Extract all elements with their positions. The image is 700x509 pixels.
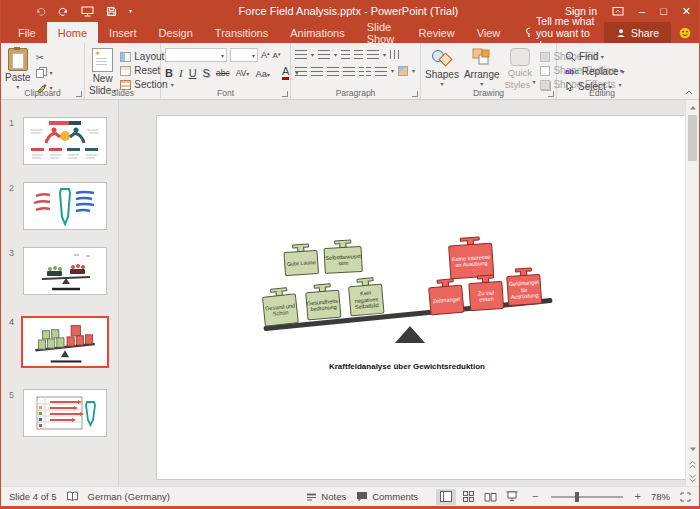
shrink-font-button[interactable]: A▾ [273,51,281,60]
slide-caption-textbox[interactable]: Kraftfeldanalyse über Gewichtsreduktion [247,362,567,371]
redo-icon[interactable] [58,6,69,16]
tab-review[interactable]: Review [408,22,466,43]
notes-button[interactable]: Notes [306,491,346,502]
tab-insert[interactable]: Insert [98,22,148,43]
shapes-button[interactable]: Shapes ▾ [425,48,459,91]
drawing-dialog-launcher[interactable] [548,91,554,97]
undo-icon[interactable] [35,6,46,16]
replace-button[interactable]: abc Replace ▾ [565,65,644,78]
align-center-icon[interactable] [311,67,323,76]
thumbnail-slide-3[interactable] [23,247,107,295]
slide-editor[interactable]: Gute Laune Selbstbewusst sein Keine Inte… [156,115,686,480]
numbering-icon[interactable] [318,50,330,59]
zoom-slider-knob[interactable] [575,492,579,502]
font-dialog-launcher[interactable] [282,91,288,97]
scrollbar-thumb[interactable] [688,115,697,161]
text-shadow-button[interactable]: S [203,67,210,79]
proofing-book-icon[interactable] [66,491,79,502]
align-right-icon[interactable] [327,67,339,76]
clipboard-dialog-launcher[interactable] [76,91,82,97]
tab-view[interactable]: View [466,22,512,43]
bold-button[interactable]: B [165,67,173,79]
previous-slide-button[interactable] [686,458,699,471]
driving-force-weight[interactable]: Gesund und Schön [261,286,299,326]
driving-force-weight[interactable]: Kein negatives Selbstbild [347,277,384,317]
lightbulb-icon [525,27,530,39]
slide-sorter-view-button[interactable] [458,489,478,505]
minimize-button[interactable]: – [639,6,645,17]
next-slide-button[interactable] [686,472,699,485]
decrease-indent-icon[interactable] [341,50,350,59]
tab-slideshow[interactable]: Slide Show [356,22,408,43]
paragraph-dialog-launcher[interactable] [412,91,418,97]
fit-to-window-icon[interactable] [680,492,691,502]
underline-button[interactable]: U [189,67,197,79]
find-button[interactable]: Find [565,50,644,63]
normal-view-button[interactable] [436,489,456,505]
restraining-force-weight[interactable]: Geldmangel für Ausrüstung [506,267,542,306]
restraining-force-weight[interactable]: Zeitmangel [428,278,465,316]
thumbnail-slide-1[interactable] [23,117,107,165]
line-spacing-icon[interactable] [367,50,379,59]
comments-button[interactable]: Comments [356,491,418,502]
strikethrough-button[interactable]: abc [216,68,230,78]
bullets-icon[interactable] [295,50,307,59]
increase-indent-icon[interactable] [354,50,363,59]
zoom-level[interactable]: 78% [651,491,670,502]
driving-force-weight[interactable]: Gute Laune [283,243,319,276]
vertical-scrollbar[interactable] [685,100,699,486]
maximize-button[interactable]: □ [660,6,667,17]
align-text-icon[interactable] [375,67,387,76]
font-family-combo[interactable]: ▾ [165,48,227,62]
tell-me-box[interactable]: Tell me what you want to do [525,22,604,43]
restraining-force-weight[interactable]: Zu viel essen [468,274,504,311]
save-icon[interactable] [106,6,117,17]
scissors-icon: ✂ [36,52,44,63]
thumbnail-slide-4-selected[interactable] [21,316,109,368]
cut-button[interactable]: ✂ [36,51,53,64]
feedback-smiley-icon[interactable] [671,22,699,43]
font-size-combo[interactable]: ▾ [230,48,258,62]
align-left-icon[interactable] [295,67,307,76]
tab-animations[interactable]: Animations [279,22,355,43]
tab-file[interactable]: File [7,22,47,43]
justify-icon[interactable] [343,67,355,76]
language-indicator[interactable]: German (Germany) [88,491,170,502]
text-direction-icon[interactable] [390,50,399,59]
thumbnail-slide-2[interactable] [23,182,107,230]
change-case-button[interactable]: Aa▾ [255,68,270,79]
ribbon-display-options-icon[interactable] [612,6,624,16]
scroll-up-icon[interactable] [686,101,699,114]
character-spacing-button[interactable]: AV▾ [236,68,250,78]
quick-styles-button[interactable]: Quick Styles▾ [505,48,536,91]
restraining-force-weight[interactable]: Keine Interesse an Ausübung [448,236,495,280]
copy-button[interactable]: ▾ [36,66,53,79]
seesaw-fulcrum-shape[interactable] [395,326,425,343]
zoom-out-button[interactable]: − [532,491,538,502]
smartart-icon[interactable] [398,66,408,76]
thumbnail-slide-5[interactable] [23,389,107,437]
columns-icon[interactable] [359,67,371,76]
zoom-slider[interactable] [551,496,623,498]
italic-button[interactable]: I [179,67,183,79]
share-button[interactable]: Share [604,22,671,43]
driving-force-weight[interactable]: Gesundheits-bedrohung [305,283,342,321]
arrange-button[interactable]: Arrange ▾ [464,48,500,91]
close-button[interactable]: ✕ [682,6,691,17]
paste-icon [8,48,28,71]
reading-view-button[interactable] [480,489,500,505]
font-color-button[interactable]: A [282,66,289,80]
shape-fill-icon [540,52,550,62]
grow-font-button[interactable]: A▴ [261,50,270,60]
thumbnail-number: 5 [9,390,14,400]
driving-force-weight[interactable]: Selbstbewusst sein [323,239,363,274]
start-slideshow-icon[interactable] [81,6,94,17]
zoom-in-button[interactable]: + [635,491,641,502]
tab-home[interactable]: Home [47,22,98,43]
tab-transitions[interactable]: Transitions [204,22,279,43]
slideshow-view-button[interactable] [502,489,522,505]
slide-indicator[interactable]: Slide 4 of 5 [9,491,57,502]
collapse-ribbon-button[interactable] [684,89,694,96]
scroll-down-icon[interactable] [686,443,699,456]
tab-design[interactable]: Design [148,22,204,43]
